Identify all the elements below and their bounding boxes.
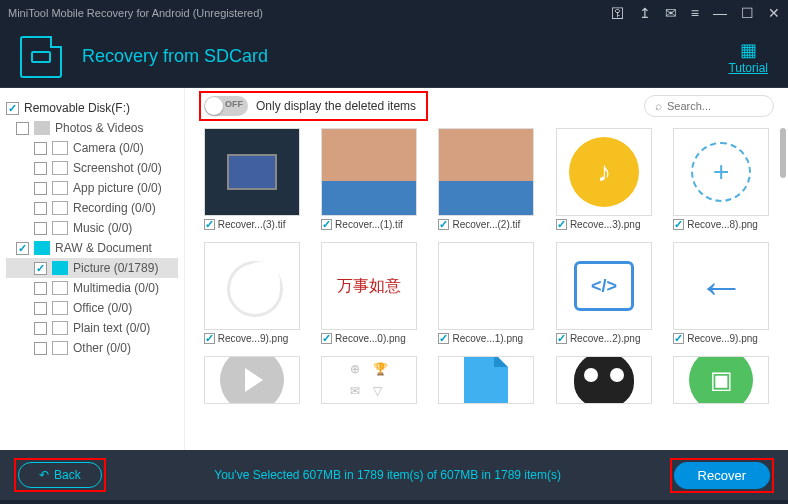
thumbnail[interactable]: ♪Recove...3).png xyxy=(551,128,656,230)
thumbnail[interactable] xyxy=(551,356,656,404)
tree-item[interactable]: Other (0/0) xyxy=(6,338,178,358)
thumbnail-grid: Recover...(3).tifRecover...(1).tifRecove… xyxy=(199,128,774,404)
checkbox[interactable] xyxy=(438,333,449,344)
app-title: MiniTool Mobile Recovery for Android (Un… xyxy=(8,7,611,19)
thumb-image: ← xyxy=(673,242,769,330)
thumbnail[interactable]: Recover...(1).tif xyxy=(316,128,421,230)
checkbox[interactable] xyxy=(321,333,332,344)
tree-label: RAW & Document xyxy=(55,241,152,255)
titlebar-controls: ⚿ ↥ ✉ ≡ — ☐ ✕ xyxy=(611,5,780,21)
checkbox[interactable] xyxy=(673,219,684,230)
thumbnail[interactable]: Recover...(2).tif xyxy=(434,128,539,230)
thumbnail[interactable]: +Recove...8).png xyxy=(669,128,774,230)
key-icon[interactable]: ⚿ xyxy=(611,5,625,21)
thumbnail[interactable]: ▣ xyxy=(669,356,774,404)
checkbox[interactable] xyxy=(321,219,332,230)
checkbox[interactable] xyxy=(6,102,19,115)
item-icon xyxy=(52,341,68,355)
status-text: You've Selected 607MB in 1789 item(s) of… xyxy=(126,468,650,482)
tree-label: Other (0/0) xyxy=(73,341,131,355)
tree-item[interactable]: Office (0/0) xyxy=(6,298,178,318)
tree-item[interactable]: Camera (0/0) xyxy=(6,138,178,158)
main-area: Removable Disk(F:) Photos & VideosCamera… xyxy=(0,88,788,450)
item-icon xyxy=(52,301,68,315)
thumbnail[interactable]: ←Recove...9).png xyxy=(669,242,774,344)
thumb-image xyxy=(556,356,652,404)
thumb-image: 万事如意 xyxy=(321,242,417,330)
checkbox[interactable] xyxy=(673,333,684,344)
thumb-filename: Recover...(2).tif xyxy=(452,219,534,230)
thumb-image xyxy=(204,128,300,216)
item-icon xyxy=(52,201,68,215)
checkbox[interactable] xyxy=(16,242,29,255)
thumb-image: ♪ xyxy=(556,128,652,216)
tree-root[interactable]: Removable Disk(F:) xyxy=(6,98,178,118)
tree-group[interactable]: Photos & Videos xyxy=(6,118,178,138)
thumbnail[interactable]: Recove...1).png xyxy=(434,242,539,344)
sidebar: Removable Disk(F:) Photos & VideosCamera… xyxy=(0,88,185,450)
search-input[interactable] xyxy=(667,100,763,112)
upload-icon[interactable]: ↥ xyxy=(639,5,651,21)
thumbnail-grid-wrap: Recover...(3).tifRecover...(1).tifRecove… xyxy=(185,124,788,450)
page-title: Recovery from SDCard xyxy=(82,46,708,67)
tree-label: Picture (0/1789) xyxy=(73,261,158,275)
checkbox[interactable] xyxy=(556,219,567,230)
close-icon[interactable]: ✕ xyxy=(768,5,780,21)
search-icon: ⌕ xyxy=(655,99,662,113)
checkbox[interactable] xyxy=(34,202,47,215)
tree-item[interactable]: Multimedia (0/0) xyxy=(6,278,178,298)
toggle-label-text: Only display the deleted items xyxy=(256,99,416,113)
thumbnail[interactable]: Recove...9).png xyxy=(199,242,304,344)
checkbox[interactable] xyxy=(16,122,29,135)
checkbox[interactable] xyxy=(34,302,47,315)
thumbnail[interactable]: ⊕🏆✉▽ xyxy=(316,356,421,404)
checkbox[interactable] xyxy=(204,219,215,230)
checkbox[interactable] xyxy=(438,219,449,230)
item-icon xyxy=(52,161,68,175)
search-box[interactable]: ⌕ xyxy=(644,95,774,117)
minimize-icon[interactable]: — xyxy=(713,5,727,21)
tree-item[interactable]: Music (0/0) xyxy=(6,218,178,238)
checkbox[interactable] xyxy=(556,333,567,344)
checkbox[interactable] xyxy=(34,222,47,235)
toggle-switch[interactable]: OFF xyxy=(204,96,248,116)
back-button[interactable]: ↶ Back xyxy=(18,462,102,488)
maximize-icon[interactable]: ☐ xyxy=(741,5,754,21)
thumbnail[interactable] xyxy=(434,356,539,404)
checkbox[interactable] xyxy=(204,333,215,344)
menu-icon[interactable]: ≡ xyxy=(691,5,699,21)
item-icon xyxy=(52,141,68,155)
thumb-image xyxy=(438,128,534,216)
checkbox[interactable] xyxy=(34,322,47,335)
thumbnail[interactable]: </>Recove...2).png xyxy=(551,242,656,344)
tree-label: Camera (0/0) xyxy=(73,141,144,155)
checkbox[interactable] xyxy=(34,262,47,275)
tree-item[interactable]: Recording (0/0) xyxy=(6,198,178,218)
mail-icon[interactable]: ✉ xyxy=(665,5,677,21)
thumbnail[interactable] xyxy=(199,356,304,404)
tree-item[interactable]: Screenshot (0/0) xyxy=(6,158,178,178)
checkbox[interactable] xyxy=(34,342,47,355)
checkbox[interactable] xyxy=(34,162,47,175)
tree-group[interactable]: RAW & Document xyxy=(6,238,178,258)
tree-item[interactable]: App picture (0/0) xyxy=(6,178,178,198)
thumbnail[interactable]: Recover...(3).tif xyxy=(199,128,304,230)
recover-button[interactable]: Recover xyxy=(674,462,770,489)
checkbox[interactable] xyxy=(34,182,47,195)
item-icon xyxy=(52,261,68,275)
scrollbar[interactable] xyxy=(780,128,786,178)
item-icon xyxy=(52,321,68,335)
thumb-image xyxy=(438,356,534,404)
thumb-image xyxy=(204,242,300,330)
tutorial-link[interactable]: ▦ Tutorial xyxy=(728,39,768,75)
tree-item[interactable]: Picture (0/1789) xyxy=(6,258,178,278)
checkbox[interactable] xyxy=(34,142,47,155)
thumb-filename: Recove...8).png xyxy=(687,219,769,230)
thumbnail[interactable]: 万事如意Recove...0).png xyxy=(316,242,421,344)
tree-item[interactable]: Plain text (0/0) xyxy=(6,318,178,338)
thumb-image: + xyxy=(673,128,769,216)
item-icon xyxy=(52,281,68,295)
thumb-image: ⊕🏆✉▽ xyxy=(321,356,417,404)
content: OFF Only display the deleted items ⌕ Rec… xyxy=(185,88,788,450)
checkbox[interactable] xyxy=(34,282,47,295)
